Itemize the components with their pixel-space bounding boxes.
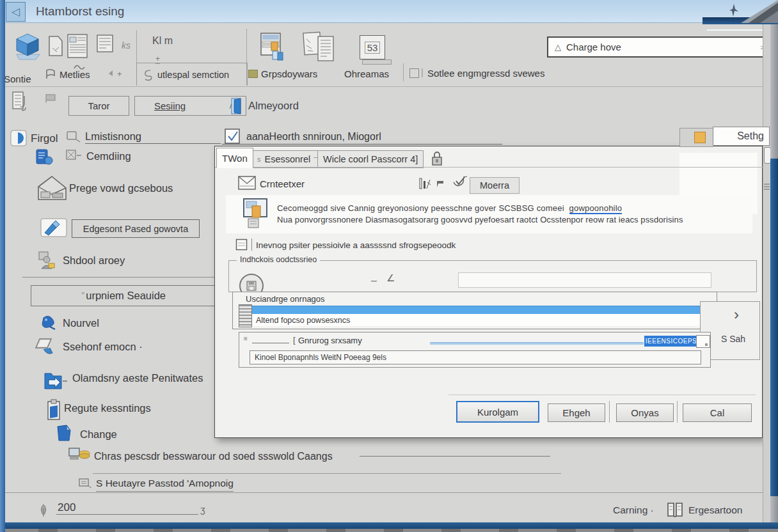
notes-tool-icon[interactable] (303, 31, 336, 63)
status-count: 200 (58, 501, 75, 514)
flag-small-icon (45, 93, 58, 104)
dialog-tab-esessonrel[interactable]: s Esessonrel – (251, 150, 323, 168)
option-row-label: Inevnog psiter pessioivle a aassssnd sfr… (256, 240, 456, 250)
klm-label[interactable]: Kl m (152, 35, 173, 47)
envelope-icon (237, 175, 257, 191)
mini-dropdown-dot (705, 343, 708, 346)
metlies-label[interactable]: Metlies (60, 69, 90, 80)
almeyoord-label[interactable]: Almeyoord (248, 100, 299, 112)
settings-orange-icon (694, 132, 706, 143)
search-icon: △ (555, 42, 561, 52)
selected-list-item[interactable]: Altend fopcso powsesxncs (252, 314, 713, 326)
carning-label[interactable]: Carning · (613, 505, 654, 516)
shdool-person-icon (37, 251, 56, 270)
flag-corner-icon[interactable] (436, 178, 449, 189)
edgesont-label: Edgesont Pased gowovta (83, 224, 188, 234)
search-input[interactable]: △ Charge hove >< (547, 36, 772, 58)
document-list-icon[interactable] (67, 33, 90, 60)
grpsdoywars-label: Grpsdoywars (261, 68, 317, 79)
sidebar-item-shdool[interactable]: Shdool aroey (63, 254, 125, 267)
lmist-underline (85, 143, 221, 144)
ssehonf-laptop-icon (35, 338, 56, 357)
sidebar-item-heutayre[interactable]: S Heutayre Passtod 'Amopnoig (96, 478, 234, 492)
utlespal-icon (142, 68, 154, 81)
plus-mark: + (117, 69, 122, 79)
keypad-tool-icon[interactable]: 53 (360, 35, 385, 59)
sidebar-item-olamdsny[interactable]: Olamdsny aeste Penitwates (72, 372, 203, 384)
expand-chevron-icon[interactable]: › (734, 306, 739, 324)
dialog-tab-twon[interactable]: TWon (216, 148, 253, 168)
ehgeh-label: Ehgeh (562, 407, 590, 418)
dialog: TWon s Esessonrel – Wicle coorl Passcorr… (214, 146, 763, 438)
lmistisnong-icon (66, 129, 81, 143)
group-indhckois: Indhckois oodctssrieo – ∠ (228, 260, 757, 292)
moerra-button[interactable]: Moerra (470, 177, 520, 194)
angle-mark-icon: ∠ (386, 272, 395, 284)
sidebar-item-ssehonf[interactable]: Ssehonf emocn · (63, 341, 143, 353)
list-icon[interactable] (96, 34, 114, 53)
sidebar-item-prege[interactable]: Prege vowd gcsebous (69, 182, 173, 194)
cal-button[interactable]: Cal (683, 403, 752, 422)
sontie-tool[interactable]: Sontie (3, 30, 49, 84)
dialog-tab-passcorr[interactable]: Wicle coorl Passcorr 4] (317, 150, 424, 168)
edgesont-button[interactable]: Edgesont Pased gowovta (72, 219, 200, 238)
status-underline (56, 514, 198, 515)
ohreamas-label[interactable]: Ohreamas (344, 68, 389, 79)
sidebar-item-change[interactable]: Change (80, 428, 117, 441)
mini-dropdown[interactable] (696, 335, 710, 348)
cal-label: Cal (710, 407, 725, 418)
info-line1: Cecomeoggd sive Cannig greyonosiony pees… (277, 203, 622, 213)
button-sep-1 (609, 401, 610, 423)
list-small-icon[interactable] (12, 91, 28, 115)
window-title: Htamborst esing (36, 4, 124, 19)
side-label: S Sah (721, 334, 745, 344)
prege-envelope-icon (36, 175, 68, 202)
sidebar-item-firgol[interactable]: Firgol (31, 132, 58, 145)
bars-icon[interactable] (418, 176, 431, 191)
kinoel-field-value: Kinoel Bponapnhls WeitN Poeeag 9els (255, 353, 386, 362)
kinoel-field[interactable]: Kinoel Bponapnhls WeitN Poeeag 9els (250, 350, 701, 364)
back-button[interactable]: ◁ (6, 2, 26, 22)
ergesartoon-label[interactable]: Ergesartoon (688, 505, 742, 516)
sotlee-icon (409, 68, 419, 78)
sidebar-item-regute[interactable]: Regute kessntings (64, 402, 151, 414)
info-link[interactable]: gowpoonohilo (569, 203, 623, 214)
sotlee-item[interactable]: | Sotlee engmgressd svewes (409, 66, 557, 81)
selection-bar[interactable] (252, 306, 713, 315)
page-icon[interactable] (47, 35, 64, 57)
onyas-button[interactable]: Onyas (616, 403, 674, 422)
check-plant-icon[interactable] (452, 175, 468, 191)
background-row-line (222, 144, 502, 145)
utlespal-tab[interactable]: utlespal semction (136, 63, 248, 86)
sidebar-item-lmistisnong[interactable]: Lmistisnong (85, 130, 141, 143)
grpsdoywars-item[interactable]: Grpsdoywars (248, 67, 328, 82)
settings-label-cell: Sethg (713, 127, 770, 146)
buttons-topline (449, 395, 756, 395)
titlebar: ◁ Htamborst esing (0, 0, 778, 23)
monitor-icon (242, 198, 269, 231)
page-corner-decoration (741, 0, 778, 23)
settings-tab[interactable]: Sethg (679, 127, 771, 146)
taror-button[interactable]: Taror (68, 96, 129, 116)
window-tool-icon[interactable] (260, 32, 284, 61)
regute-clipboard-icon (47, 399, 62, 421)
urpniem-label: urpniem Seauide (86, 290, 166, 302)
highlight-selection[interactable]: IEEENSICOEPS (644, 336, 698, 347)
tab1-label: TWon (222, 153, 248, 164)
urpniem-box[interactable]: = urpniem Seauide (31, 285, 216, 306)
sidebar-item-chras[interactable]: Chras pescsdr besswarour od soed ssswold… (94, 451, 333, 462)
primary-button-focus-ring[interactable]: Kurolgam (456, 401, 539, 423)
info-panel: Cecomeoggd sive Cannig greyonosiony pees… (226, 195, 752, 233)
ehgeh-button[interactable]: Ehgeh (548, 403, 605, 422)
sidebar-item-nourvel[interactable]: Nourvel (63, 317, 99, 329)
statusbar: 200 ʒ Carning · Ergesartoon ∨ (0, 492, 778, 523)
book-icon (665, 501, 685, 519)
group1-field[interactable] (458, 272, 711, 288)
bracket-mark: [ (293, 335, 296, 345)
pipe-mark: | (421, 67, 424, 77)
list-handle[interactable] (239, 304, 252, 327)
sesiing-dropdown[interactable]: Sesiing ∧ (134, 96, 246, 116)
sidebar-item-cemdiing[interactable]: Cemdiing (86, 150, 131, 162)
group-gnrurog: ≡ [ Gnrurog srxsamy IEEENSICOEPS Kinoel … (239, 332, 711, 368)
option-checkbox[interactable] (235, 239, 248, 251)
